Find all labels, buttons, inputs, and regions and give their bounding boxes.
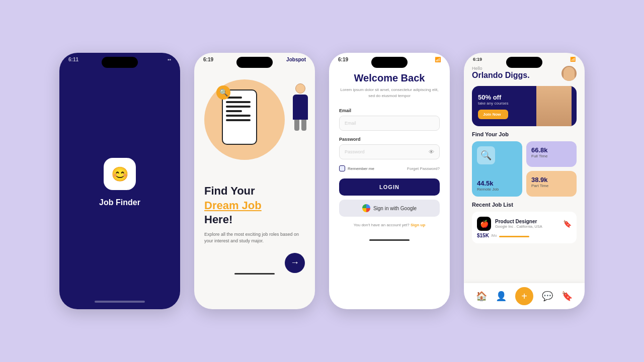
user-avatar[interactable] <box>561 66 577 81</box>
greeting-name: Orlando Diggs. <box>472 71 530 80</box>
person-body <box>293 95 308 120</box>
home-indicator-1 <box>95 301 145 303</box>
status-time-3: 6:19 <box>338 57 348 62</box>
status-time-4: 6:19 <box>473 57 482 62</box>
status-bar-1: 6:11 ▪▪ <box>59 53 180 64</box>
signup-prompt: You don't have an account yet? Sign up <box>339 223 440 227</box>
password-placeholder: Password <box>345 149 365 154</box>
nav-messages-icon[interactable]: 💬 <box>542 291 553 302</box>
nav-profile-icon[interactable]: 👤 <box>496 291 507 302</box>
job-card-parttime[interactable]: 38.9k Part Time <box>526 171 577 197</box>
company-logo-apple: 🍎 <box>477 217 491 231</box>
google-logo-icon <box>362 204 370 212</box>
screen-dashboard: 6:19 📶 Hello Orlando Diggs. 50% off take… <box>464 53 585 309</box>
dashboard-content: Hello Orlando Diggs. 50% off take any co… <box>464 64 585 243</box>
job-salary: $15K <box>477 233 489 238</box>
fulltime-label: Full Time <box>531 154 572 158</box>
job-list-item[interactable]: 🍎 Product Designer Google Inc . Californ… <box>472 212 577 243</box>
illus-line-6 <box>226 119 251 121</box>
onboard-description: Explore all the most exciting job roles … <box>204 231 305 245</box>
wifi-icon-3: 📶 <box>435 57 441 62</box>
home-indicator-2 <box>234 273 275 275</box>
greeting-block: Hello Orlando Diggs. <box>472 66 530 80</box>
status-icons-1: ▪▪ <box>168 57 171 62</box>
headline-part2: Here! <box>204 213 232 226</box>
google-signin-button[interactable]: Sign in with Google <box>339 200 440 217</box>
salary-progress-bar <box>499 236 529 237</box>
login-subtitle: Lorem ipsum dolor sit amet, consectetur … <box>339 87 440 99</box>
home-indicator-3 <box>369 239 410 241</box>
email-label: Email <box>339 108 440 113</box>
headline-highlight: Dream Job <box>204 199 262 212</box>
job-card-fulltime[interactable]: 66.8k Full Time <box>526 141 577 167</box>
illustration-area: 🔍 <box>194 64 315 180</box>
per-month-label: /Mo <box>491 234 497 237</box>
illus-person <box>293 83 308 131</box>
job-info-row: 🍎 Product Designer Google Inc . Californ… <box>477 217 572 231</box>
status-icons-4: 📶 <box>570 57 576 62</box>
greeting-row: Hello Orlando Diggs. <box>472 66 577 81</box>
app-name: Job Finder <box>99 198 140 207</box>
parttime-label: Part Time <box>531 184 572 188</box>
bottom-nav: 🏠 👤 + 💬 🔖 <box>464 283 585 309</box>
screen-login: 6:19 📶 Welcome Back Lorem ipsum dolor si… <box>329 53 450 309</box>
remember-label: Remember me <box>348 166 374 171</box>
status-time-2: 6:19 <box>203 57 213 62</box>
onboard-title: Find Your Dream Job Here! <box>204 184 305 227</box>
login-content: Welcome Back Lorem ipsum dolor sit amet,… <box>329 64 450 235</box>
salary-row: $15K /Mo <box>477 233 572 238</box>
forgot-password-link[interactable]: Forget Password? <box>407 166 440 171</box>
next-button[interactable]: → <box>285 253 305 273</box>
find-job-section-title: Find Your Job <box>472 131 577 137</box>
bookmark-icon[interactable]: 🔖 <box>563 220 572 228</box>
screen-onboarding: 6:19 Jobspot 🔍 <box>194 53 315 309</box>
remember-left: Remember me <box>339 165 374 171</box>
app-icon: 😊 <box>104 158 136 190</box>
status-bar-2: 6:19 Jobspot <box>194 53 315 64</box>
password-label: Password <box>339 137 440 142</box>
person-legs <box>293 120 308 131</box>
job-card-remote[interactable]: 🔍 44.5k Remote Job <box>472 141 522 197</box>
login-button[interactable]: LOGIN <box>339 178 440 196</box>
remember-checkbox[interactable] <box>339 165 345 171</box>
illus-line-2 <box>226 101 251 103</box>
job-company-info: Google Inc . California, USA <box>495 224 559 229</box>
headline-part1: Find Your <box>204 185 255 197</box>
wifi-icon-4: 📶 <box>570 57 576 62</box>
status-bar-4: 6:19 📶 <box>464 53 585 64</box>
join-now-button[interactable]: Join Now <box>478 110 508 119</box>
email-input[interactable]: Email <box>339 116 440 131</box>
splash-content: 😊 Job Finder <box>59 64 180 301</box>
nav-saved-icon[interactable]: 🔖 <box>561 291 573 302</box>
dynamic-island-4 <box>506 57 542 68</box>
dynamic-island-1 <box>102 57 138 68</box>
status-icons-3: 📶 <box>435 57 441 62</box>
status-bar-3: 6:19 📶 <box>329 53 450 64</box>
email-placeholder: Email <box>345 121 356 126</box>
promo-figure <box>531 86 577 126</box>
remember-row: Remember me Forget Password? <box>339 165 440 171</box>
nav-add-button[interactable]: + <box>515 287 533 305</box>
status-time-1: 6:11 <box>68 57 78 62</box>
person-head <box>295 83 305 94</box>
brand-label: Jobspot <box>286 57 306 62</box>
eye-icon[interactable]: 👁 <box>429 149 434 155</box>
job-text-block: Product Designer Google Inc . California… <box>495 219 559 229</box>
signup-link[interactable]: Sign up <box>411 223 425 227</box>
apple-icon: 🍎 <box>480 220 489 228</box>
google-btn-label: Sign in with Google <box>373 206 417 211</box>
job-position-title: Product Designer <box>495 219 559 224</box>
promo-text-block: 50% off take any courses Join Now <box>478 94 508 119</box>
figure-body <box>536 86 572 126</box>
job-list-left: 🍎 Product Designer Google Inc . Californ… <box>477 217 572 238</box>
promo-discount: 50% off <box>478 94 508 101</box>
nav-home-icon[interactable]: 🏠 <box>476 291 487 302</box>
job-type-grid: 🔍 44.5k Remote Job 66.8k Full Time 38.9k… <box>472 141 577 197</box>
fulltime-count: 66.8k <box>531 146 572 154</box>
search-bubble: 🔍 <box>216 85 230 100</box>
parttime-count: 38.9k <box>531 176 572 184</box>
avatar-silhouette <box>564 67 575 81</box>
promo-subtitle: take any courses <box>478 101 508 106</box>
password-input[interactable]: Password 👁 <box>339 144 440 159</box>
person-leg-right <box>301 120 306 131</box>
